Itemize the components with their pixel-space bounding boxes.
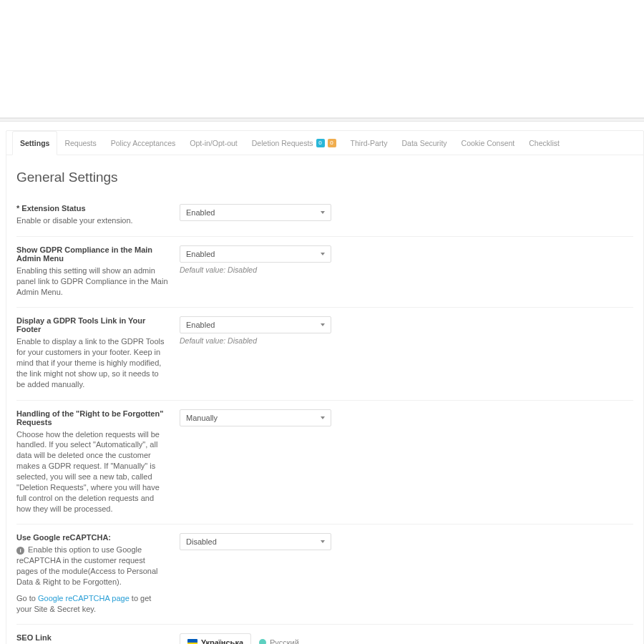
link-recaptcha-page[interactable]: Google reCAPTCHA page bbox=[38, 594, 130, 602]
select-show-menu[interactable]: Enabled bbox=[180, 245, 331, 263]
badge-deletion-orange: 0 bbox=[328, 139, 336, 147]
desc-footer-link: Enable to display a link to the GDPR Too… bbox=[16, 336, 168, 389]
label-seo-link: SEO Link bbox=[16, 633, 168, 642]
tab-settings[interactable]: Settings bbox=[12, 131, 57, 155]
lang-tab-ru-label: Русский bbox=[270, 638, 299, 644]
row-seo-link: SEO Link Use this feature to add an SEO … bbox=[16, 625, 633, 644]
select-footer-link[interactable]: Enabled bbox=[180, 316, 331, 333]
row-show-menu: Show GDPR Compliance in the Main Admin M… bbox=[16, 237, 633, 308]
lang-tab-uk-label: Українська bbox=[201, 638, 243, 644]
tab-cookie-consent[interactable]: Cookie Consent bbox=[454, 131, 522, 155]
label-show-menu: Show GDPR Compliance in the Main Admin M… bbox=[16, 245, 168, 263]
lang-tabs: Українська Русский bbox=[180, 633, 633, 644]
tabs-bar: Settings Requests Policy Acceptances Opt… bbox=[6, 131, 643, 155]
label-footer-link: Display a GDPR Tools Link in Your Footer bbox=[16, 316, 168, 333]
label-recaptcha: Use Google reCAPTCHA: bbox=[16, 533, 168, 542]
tab-deletion-requests-label: Deletion Requests bbox=[252, 139, 313, 147]
tab-policy-acceptances[interactable]: Policy Acceptances bbox=[104, 131, 182, 155]
desc-recaptcha: i Enable this option to use Google reCAP… bbox=[16, 545, 168, 587]
tab-requests[interactable]: Requests bbox=[57, 131, 103, 155]
desc-recaptcha-link: Go to Google reCAPTCHA page to get your … bbox=[16, 593, 168, 615]
row-recaptcha: Use Google reCAPTCHA: i Enable this opti… bbox=[16, 525, 633, 625]
select-recaptcha[interactable]: Disabled bbox=[180, 533, 331, 550]
tab-deletion-requests[interactable]: Deletion Requests 0 0 bbox=[245, 131, 343, 155]
info-icon: i bbox=[16, 547, 24, 555]
row-extension-status: * Extension Status Enable or disable you… bbox=[16, 195, 633, 237]
badge-deletion-blue: 0 bbox=[316, 139, 325, 147]
desc-extension-status: Enable or disable your extension. bbox=[16, 215, 168, 226]
lang-tab-uk[interactable]: Українська bbox=[180, 633, 251, 644]
hint-show-menu: Default value: Disabled bbox=[180, 265, 633, 274]
flag-ua-icon bbox=[187, 639, 197, 644]
section-title: General Settings bbox=[16, 170, 633, 185]
select-extension-status[interactable]: Enabled bbox=[180, 204, 331, 221]
tab-data-security[interactable]: Data Security bbox=[395, 131, 454, 155]
select-forgotten[interactable]: Manually bbox=[180, 409, 331, 426]
tab-third-party[interactable]: Third-Party bbox=[343, 131, 395, 155]
row-forgotten: Handling of the "Right to be Forgotten" … bbox=[16, 401, 633, 525]
label-forgotten: Handling of the "Right to be Forgotten" … bbox=[16, 409, 168, 426]
flag-ru-icon bbox=[259, 639, 266, 644]
tab-optin-optout[interactable]: Opt-in/Opt-out bbox=[182, 131, 245, 155]
hint-footer-link: Default value: Disabled bbox=[180, 336, 633, 345]
desc-forgotten: Choose how the deletion requests will be… bbox=[16, 429, 168, 514]
label-extension-status: * Extension Status bbox=[16, 204, 168, 213]
tab-checklist[interactable]: Checklist bbox=[522, 131, 567, 155]
lang-tab-ru[interactable]: Русский bbox=[251, 633, 307, 644]
row-footer-link: Display a GDPR Tools Link in Your Footer… bbox=[16, 308, 633, 400]
desc-show-menu: Enabling this setting will show an admin… bbox=[16, 265, 168, 298]
